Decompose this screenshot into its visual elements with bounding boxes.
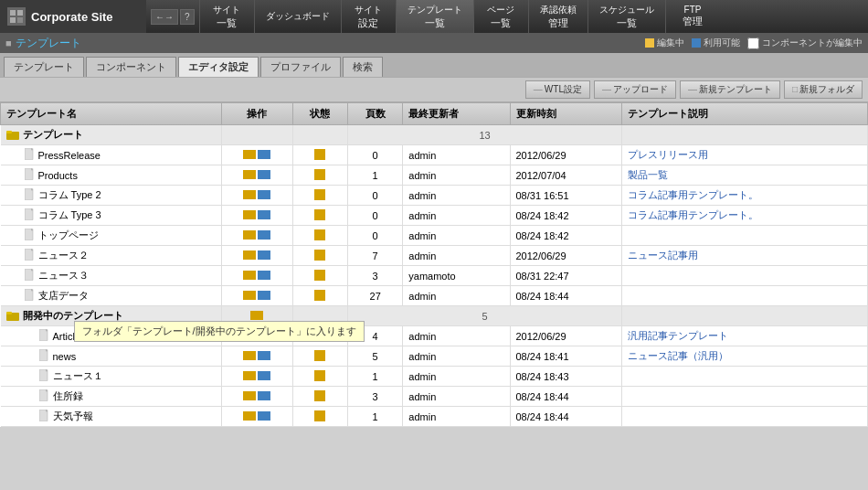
breadcrumb-label[interactable]: テンプレート	[16, 36, 81, 51]
table-row[interactable]: ニュース１1admin08/24 18:43	[1, 367, 868, 387]
cell-updater: admin	[403, 286, 510, 306]
nav-back-forward[interactable]: ←→	[151, 9, 178, 25]
cell-template-name: ニュース２	[1, 246, 222, 266]
op-btn-yellow[interactable]	[243, 230, 256, 240]
cell-template-name: 開発中のテンプレートフォルダ「テンプレート/開発中のテンプレート」に入ります	[1, 306, 222, 326]
op-btn-blue[interactable]	[258, 230, 270, 240]
cell-status	[292, 387, 347, 407]
table-row[interactable]: テンプレート13	[1, 125, 868, 145]
table-row[interactable]: news5admin08/24 18:41ニュース記事（汎用）	[1, 346, 868, 367]
table-row[interactable]: 天気予報1admin08/24 18:44	[1, 407, 868, 427]
cell-description: 汎用記事テンプレート	[622, 326, 868, 346]
tab-ftp[interactable]: FTP管理	[665, 0, 720, 33]
op-btn-blue[interactable]	[258, 250, 270, 260]
component-editing-checkbox[interactable]	[747, 37, 759, 49]
op-btn-blue[interactable]	[258, 371, 270, 380]
cell-time: 2012/06/29	[510, 246, 622, 266]
tab-approval[interactable]: 承認依頼管理	[528, 0, 587, 33]
template-name-text[interactable]: テンプレート	[23, 128, 83, 142]
cell-status	[292, 125, 347, 145]
col-pages: 頁数	[348, 103, 403, 125]
tab-dashboard[interactable]: ダッシュボード	[254, 0, 341, 33]
op-btn-blue[interactable]	[258, 411, 270, 421]
op-btn-blue[interactable]	[258, 170, 270, 179]
op-btn-yellow[interactable]	[243, 291, 256, 300]
op-btn-yellow[interactable]	[243, 210, 256, 219]
template-name-text: 支店データ	[38, 289, 89, 303]
cell-time: 2012/06/29	[510, 326, 622, 346]
table-row[interactable]: 支店データ27admin08/24 18:44	[1, 286, 868, 306]
op-btn-yellow[interactable]	[243, 371, 256, 380]
cell-updater: yamamoto	[403, 266, 510, 286]
op-btn-yellow[interactable]	[243, 411, 256, 421]
svg-rect-15	[6, 312, 12, 314]
folder-icon	[6, 129, 19, 142]
table-row[interactable]: 開発中のテンプレートフォルダ「テンプレート/開発中のテンプレート」に入ります5	[1, 306, 868, 326]
cell-operations	[222, 165, 293, 186]
tab-page-list[interactable]: ページ一覧	[473, 0, 528, 33]
wtl-settings-button[interactable]: —WTL設定	[525, 80, 590, 99]
op-btn-yellow[interactable]	[250, 311, 263, 320]
cell-description	[622, 306, 868, 326]
upload-button[interactable]: —アップロード	[594, 80, 676, 99]
table-row[interactable]: Products1admin2012/07/04製品一覧	[1, 165, 868, 186]
cell-pages: 1	[348, 407, 403, 427]
cell-operations	[222, 346, 293, 367]
table-header-row: テンプレート名 操作 状態 頁数 最終更新者 更新時刻 テンプレート説明	[1, 103, 868, 125]
template-name-text: ニュース２	[38, 249, 89, 262]
op-btn-yellow[interactable]	[243, 351, 256, 360]
table-row[interactable]: 住所録3admin08/24 18:44	[1, 387, 868, 407]
tab-site-settings[interactable]: サイト設定	[341, 0, 396, 33]
op-btn-blue[interactable]	[258, 190, 270, 199]
cell-pages: 1	[348, 165, 403, 186]
cell-updater: admin	[403, 367, 510, 387]
op-btn-blue[interactable]	[258, 210, 270, 219]
table-row[interactable]: ニュース３3yamamoto08/31 22:47	[1, 266, 868, 286]
new-folder-button[interactable]: □新規フォルダ	[784, 80, 863, 99]
op-btn-yellow[interactable]	[243, 250, 256, 260]
op-btn-blue[interactable]	[258, 291, 270, 300]
col-description: テンプレート説明	[622, 103, 868, 125]
legend-component-editing[interactable]: コンポーネントが編集中	[747, 37, 863, 49]
op-btn-blue[interactable]	[258, 150, 270, 159]
cell-description	[622, 367, 868, 387]
svg-rect-2	[10, 17, 16, 23]
op-btn-yellow[interactable]	[243, 391, 256, 400]
op-btn-yellow[interactable]	[243, 150, 256, 159]
tab-site-list[interactable]: サイト一覧	[199, 0, 254, 33]
tab-editor-settings[interactable]: エディタ設定	[178, 57, 259, 77]
template-name-text: 天気予報	[53, 410, 93, 423]
nav-help[interactable]: ?	[180, 9, 195, 25]
cell-status	[292, 346, 347, 367]
table-row[interactable]: PressRelease0admin2012/06/29プレスリリース用	[1, 145, 868, 165]
op-btn-yellow[interactable]	[243, 271, 256, 280]
tab-template[interactable]: テンプレート	[4, 57, 84, 77]
table-row[interactable]: コラム Type 30admin08/24 18:42コラム記事用テンプレート。	[1, 206, 868, 226]
op-btn-blue[interactable]	[258, 391, 270, 400]
op-btn-blue[interactable]	[258, 351, 270, 360]
cell-pages: 0	[348, 186, 403, 206]
tab-schedule[interactable]: スケジュール一覧	[587, 0, 665, 33]
status-indicator	[314, 390, 325, 401]
cell-time: 2012/06/29	[510, 145, 622, 165]
new-template-button[interactable]: —新規テンプレート	[680, 80, 780, 99]
folder-tooltip: フォルダ「テンプレート/開発中のテンプレート」に入ります	[74, 321, 365, 342]
cell-time: 08/24 18:44	[510, 407, 622, 427]
op-btn-yellow[interactable]	[243, 170, 256, 179]
file-icon	[39, 389, 49, 403]
cell-operations	[222, 125, 293, 145]
op-btn-yellow[interactable]	[243, 190, 256, 199]
tab-profile[interactable]: プロファイル	[260, 57, 341, 77]
svg-rect-5	[6, 131, 12, 133]
file-icon	[25, 148, 35, 162]
op-btn-blue[interactable]	[258, 271, 270, 280]
table-row[interactable]: ニュース２7admin2012/06/29ニュース記事用	[1, 246, 868, 266]
cell-pages: 7	[348, 246, 403, 266]
cell-description	[622, 266, 868, 286]
tab-search[interactable]: 検索	[343, 57, 383, 77]
tab-template-list[interactable]: テンプレート一覧	[396, 0, 473, 33]
table-row[interactable]: トップページ0admin08/24 18:42	[1, 226, 868, 246]
table-row[interactable]: コラム Type 20admin08/31 16:51コラム記事用テンプレート。	[1, 186, 868, 206]
col-status: 状態	[292, 103, 347, 125]
tab-component[interactable]: コンポーネント	[86, 57, 176, 77]
